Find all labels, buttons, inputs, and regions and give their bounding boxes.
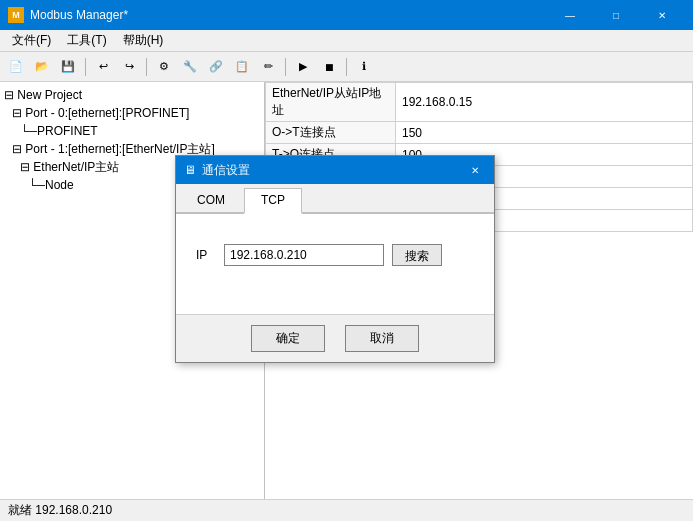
tab-com[interactable]: COM bbox=[180, 188, 242, 212]
cancel-button[interactable]: 取消 bbox=[345, 325, 419, 352]
toolbar-undo[interactable]: ↩ bbox=[91, 56, 115, 78]
tab-tcp[interactable]: TCP bbox=[244, 188, 302, 214]
toolbar-save[interactable]: 💾 bbox=[56, 56, 80, 78]
app-icon: M bbox=[8, 7, 24, 23]
comm-settings-dialog: 🖥 通信设置 ✕ COM TCP IP 搜索 确定 取消 bbox=[175, 155, 495, 363]
toolbar-sep-4 bbox=[346, 58, 347, 76]
search-button[interactable]: 搜索 bbox=[392, 244, 442, 266]
menu-help[interactable]: 帮助(H) bbox=[115, 30, 172, 51]
table-row: O->T连接点150 bbox=[266, 122, 693, 144]
minimize-button[interactable]: — bbox=[547, 0, 593, 30]
toolbar-sep-1 bbox=[85, 58, 86, 76]
confirm-button[interactable]: 确定 bbox=[251, 325, 325, 352]
close-button[interactable]: ✕ bbox=[639, 0, 685, 30]
prop-key: EtherNet/IP从站IP地址 bbox=[266, 83, 396, 122]
toolbar: 📄 📂 💾 ↩ ↪ ⚙ 🔧 🔗 📋 ✏ ▶ ⏹ ℹ bbox=[0, 52, 693, 82]
dialog-title-text: 通信设置 bbox=[202, 162, 250, 179]
toolbar-redo[interactable]: ↪ bbox=[117, 56, 141, 78]
toolbar-clipboard[interactable]: 📋 bbox=[230, 56, 254, 78]
ip-input[interactable] bbox=[224, 244, 384, 266]
tree-item-port0[interactable]: ⊟ Port - 0:[ethernet]:[PROFINET] bbox=[4, 104, 260, 122]
dialog-tabs: COM TCP bbox=[176, 184, 494, 214]
window-controls: — □ ✕ bbox=[547, 0, 685, 30]
dialog-content: IP 搜索 bbox=[176, 214, 494, 314]
ip-label: IP bbox=[196, 248, 216, 262]
toolbar-new[interactable]: 📄 bbox=[4, 56, 28, 78]
dialog-title-icon: 🖥 bbox=[184, 163, 196, 177]
toolbar-edit[interactable]: ✏ bbox=[256, 56, 280, 78]
prop-key: O->T连接点 bbox=[266, 122, 396, 144]
app-title: Modbus Manager* bbox=[30, 8, 128, 22]
toolbar-tools[interactable]: 🔧 bbox=[178, 56, 202, 78]
table-row: EtherNet/IP从站IP地址192.168.0.15 bbox=[266, 83, 693, 122]
toolbar-info[interactable]: ℹ bbox=[352, 56, 376, 78]
tree-item-profinet[interactable]: └─PROFINET bbox=[4, 122, 260, 140]
dialog-footer: 确定 取消 bbox=[176, 314, 494, 362]
ip-row: IP 搜索 bbox=[196, 244, 474, 266]
toolbar-sep-2 bbox=[146, 58, 147, 76]
tree-item-project[interactable]: ⊟ New Project bbox=[4, 86, 260, 104]
menu-file[interactable]: 文件(F) bbox=[4, 30, 59, 51]
title-bar: M Modbus Manager* — □ ✕ bbox=[0, 0, 693, 30]
toolbar-stop[interactable]: ⏹ bbox=[317, 56, 341, 78]
menu-bar: 文件(F) 工具(T) 帮助(H) bbox=[0, 30, 693, 52]
prop-value: 150 bbox=[396, 122, 693, 144]
toolbar-run[interactable]: ▶ bbox=[291, 56, 315, 78]
menu-tools[interactable]: 工具(T) bbox=[59, 30, 114, 51]
toolbar-settings[interactable]: ⚙ bbox=[152, 56, 176, 78]
toolbar-open[interactable]: 📂 bbox=[30, 56, 54, 78]
maximize-button[interactable]: □ bbox=[593, 0, 639, 30]
prop-value: 192.168.0.15 bbox=[396, 83, 693, 122]
toolbar-sep-3 bbox=[285, 58, 286, 76]
status-text: 就绪 192.168.0.210 bbox=[8, 502, 112, 519]
dialog-title-bar: 🖥 通信设置 ✕ bbox=[176, 156, 494, 184]
status-bar: 就绪 192.168.0.210 bbox=[0, 499, 693, 521]
dialog-close-button[interactable]: ✕ bbox=[464, 159, 486, 181]
toolbar-connect[interactable]: 🔗 bbox=[204, 56, 228, 78]
